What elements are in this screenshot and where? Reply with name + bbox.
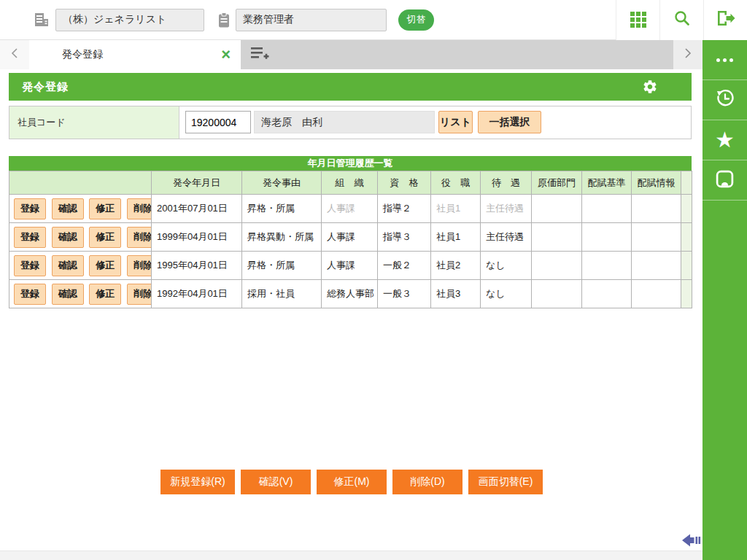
row-confirm-button[interactable]: 確認	[52, 284, 84, 305]
table-row: 登録 確認 修正 削除 2001年07月01日 昇格・所属 人事課 指導２ 社員…	[9, 195, 692, 223]
employee-code-input[interactable]	[185, 111, 251, 133]
cell-grade: 指導２	[378, 195, 431, 223]
table-row: 登録 確認 修正 削除 1995年04月01日 昇格・所属 人事課 一般２ 社員…	[9, 252, 692, 280]
switch-button[interactable]: 切替	[398, 9, 434, 31]
column-header: 配賦基準	[582, 171, 632, 195]
new-register-button[interactable]: 新規登録(R)	[160, 470, 235, 494]
cell-alloc-info	[632, 280, 681, 308]
page-title: 発令登録	[22, 80, 69, 94]
row-confirm-button[interactable]: 確認	[52, 227, 84, 248]
employee-code-label: 社員コード	[9, 106, 179, 139]
employee-name-field: 海老原 由利	[254, 111, 435, 133]
row-register-button[interactable]: 登録	[14, 255, 46, 276]
cell-alloc-basis	[582, 252, 632, 280]
logout-button[interactable]	[703, 0, 747, 40]
tab-scroll-left[interactable]	[0, 40, 29, 69]
column-header: 発令年月日	[152, 171, 242, 195]
right-sidebar: ★	[703, 40, 747, 560]
row-delete-button[interactable]: 削除	[127, 198, 152, 219]
footer-buttons: 新規登録(R) 確認(V) 修正(M) 削除(D) 画面切替(E)	[160, 470, 549, 494]
row-actions-cell: 登録 確認 修正 削除	[9, 195, 152, 223]
row-register-button[interactable]: 登録	[14, 227, 46, 248]
row-actions-cell: 登録 確認 修正 削除	[9, 223, 152, 252]
row-delete-button[interactable]: 削除	[127, 255, 152, 276]
column-header: 原価部門	[532, 171, 582, 195]
history-button[interactable]	[703, 80, 747, 120]
cell-org: 人事課	[322, 252, 378, 280]
close-tab-icon[interactable]: ×	[221, 47, 231, 63]
cell-cost-dept	[532, 252, 582, 280]
favorite-button[interactable]: ★	[703, 120, 747, 160]
cell-alloc-info	[632, 223, 681, 252]
history-table: 年月日管理履歴一覧 発令年月日 発令事由 組 織 資 格 役 職 待 遇 原価部…	[9, 156, 692, 308]
role-input[interactable]	[236, 9, 387, 31]
row-modify-button[interactable]: 修正	[89, 198, 121, 219]
cell-post: 社員2	[431, 252, 481, 280]
row-actions-cell: 登録 確認 修正 削除	[9, 252, 152, 280]
modify-button[interactable]: 修正(M)	[317, 470, 387, 494]
table-row: 登録 確認 修正 削除 1999年04月01日 昇格異動・所属 人事課 指導３ …	[9, 223, 692, 252]
cell-grade: 一般３	[378, 280, 431, 308]
cell-date: 1995年04月01日	[152, 252, 242, 280]
row-modify-button[interactable]: 修正	[89, 255, 121, 276]
app-window: 切替 発令登録 ×	[0, 0, 747, 560]
column-header: 組 織	[322, 171, 378, 195]
column-header-sliver	[681, 171, 692, 195]
employee-code-form: 社員コード 海老原 由利 リスト 一括選択	[9, 106, 692, 139]
delete-button[interactable]: 削除(D)	[392, 470, 462, 494]
memo-button[interactable]	[703, 160, 747, 201]
cell-treatment: なし	[481, 252, 532, 280]
top-bar: 切替	[0, 0, 747, 40]
cell-date: 1992年04月01日	[152, 280, 242, 308]
cell-reason: 昇格・所属	[242, 252, 322, 280]
cell-reason: 昇格・所属	[242, 195, 322, 223]
row-register-button[interactable]: 登録	[14, 198, 46, 219]
search-button[interactable]	[659, 0, 703, 40]
cell-alloc-basis	[582, 195, 632, 223]
screen-titlebar: 発令登録	[9, 73, 692, 101]
collapse-arrow-icon	[682, 539, 702, 551]
gear-icon[interactable]	[642, 79, 658, 95]
cell-alloc-basis	[582, 223, 632, 252]
bottom-scroll-strip[interactable]	[0, 551, 703, 560]
topbar-actions	[616, 0, 747, 40]
more-menu-button[interactable]	[703, 40, 747, 80]
list-button[interactable]: リスト	[438, 111, 473, 133]
building-icon	[34, 12, 50, 27]
row-actions-cell: 登録 確認 修正 削除	[9, 280, 152, 308]
row-register-button[interactable]: 登録	[14, 284, 46, 305]
history-icon	[715, 88, 735, 112]
tab-hatsurei-toroku[interactable]: 発令登録 ×	[29, 40, 241, 69]
add-tab-button[interactable]	[241, 40, 279, 69]
add-tab-icon	[251, 47, 269, 63]
collapse-panel-button[interactable]	[682, 532, 702, 552]
bulk-select-button[interactable]: 一括選択	[478, 111, 541, 133]
row-modify-button[interactable]: 修正	[89, 227, 121, 248]
column-header: 配賦情報	[632, 171, 681, 195]
column-header: 資 格	[378, 171, 431, 195]
feedback-bubble-icon	[715, 169, 735, 192]
column-header: 役 職	[431, 171, 481, 195]
tab-scroll-right[interactable]	[673, 40, 703, 69]
cell-cost-dept	[532, 223, 582, 252]
cell-grade: 一般２	[378, 252, 431, 280]
screen-switch-button[interactable]: 画面切替(E)	[468, 470, 543, 494]
cell-cost-dept	[532, 195, 582, 223]
apps-grid-button[interactable]	[616, 0, 659, 40]
cell-cost-dept	[532, 280, 582, 308]
star-icon: ★	[715, 129, 735, 151]
row-delete-button[interactable]: 削除	[127, 284, 152, 305]
search-icon	[673, 9, 691, 30]
table-row: 登録 確認 修正 削除 1992年04月01日 採用・社員 総務人事部 一般３ …	[9, 280, 692, 308]
row-delete-button[interactable]: 削除	[127, 227, 152, 248]
cell-reason: 採用・社員	[242, 280, 322, 308]
cell-treatment: なし	[481, 280, 532, 308]
row-confirm-button[interactable]: 確認	[52, 198, 84, 219]
cell-alloc-info	[632, 252, 681, 280]
row-modify-button[interactable]: 修正	[89, 284, 121, 305]
row-confirm-button[interactable]: 確認	[52, 255, 84, 276]
confirm-button[interactable]: 確認(V)	[241, 470, 311, 494]
company-input[interactable]	[55, 9, 204, 31]
cell-treatment: 主任待遇	[481, 223, 532, 252]
cell-alloc-basis	[582, 280, 632, 308]
